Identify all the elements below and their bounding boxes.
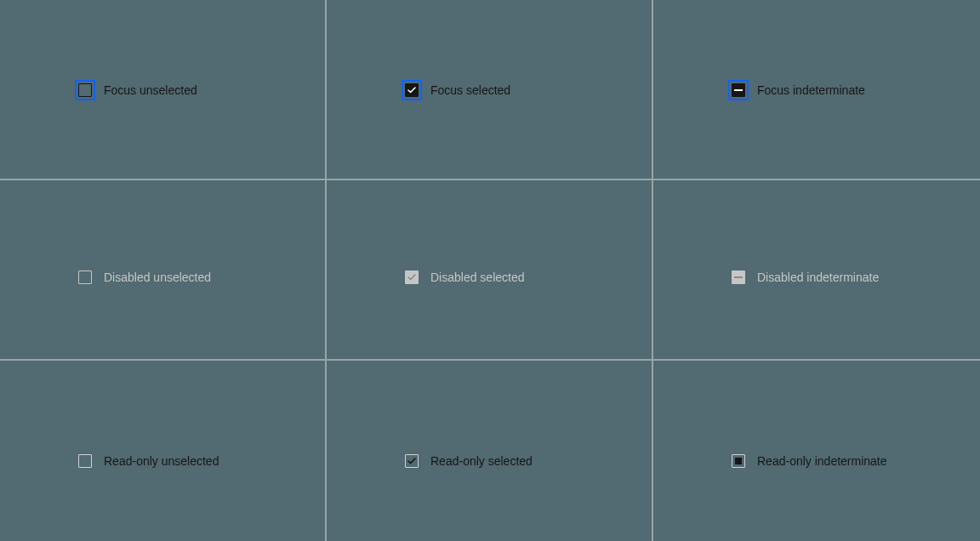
checkbox-label: Disabled unselected <box>104 269 211 286</box>
cell-disabled-unselected: Disabled unselected <box>0 180 327 361</box>
checkbox-disabled-unselected: Disabled unselected <box>75 267 211 288</box>
checkbox-label: Disabled selected <box>430 269 525 286</box>
checkbox-box <box>75 451 95 471</box>
checkbox-indeterminate-icon <box>732 454 745 468</box>
checkbox-label: Disabled indeterminate <box>757 269 879 286</box>
checkbox-box <box>75 267 95 288</box>
checkbox-focus-indeterminate[interactable]: Focus indeterminate <box>728 80 865 100</box>
checkbox-checked-icon <box>405 454 419 468</box>
cell-focus-unselected: Focus unselected <box>0 0 327 180</box>
checkmark-icon <box>407 274 416 281</box>
checkbox-focus-selected[interactable]: Focus selected <box>402 80 510 100</box>
checkbox-box <box>402 80 422 100</box>
cell-focus-selected: Focus selected <box>327 0 653 180</box>
checkbox-indeterminate-icon <box>732 270 745 284</box>
checkbox-label: Focus unselected <box>104 82 197 99</box>
checkbox-readonly-indeterminate: Read-only indeterminate <box>728 451 887 471</box>
checkbox-unchecked-icon <box>78 270 92 284</box>
focus-ring <box>402 80 422 100</box>
focus-ring <box>75 80 95 100</box>
cell-disabled-selected: Disabled selected <box>327 180 653 361</box>
cell-disabled-indeterminate: Disabled indeterminate <box>653 180 980 361</box>
cell-focus-indeterminate: Focus indeterminate <box>653 0 980 180</box>
checkbox-disabled-indeterminate: Disabled indeterminate <box>728 267 879 288</box>
cell-readonly-unselected: Read-only unselected <box>0 361 327 541</box>
checkbox-disabled-selected: Disabled selected <box>402 267 525 288</box>
checkbox-label: Focus indeterminate <box>757 82 865 99</box>
checkbox-label: Focus selected <box>430 82 510 99</box>
focus-ring <box>728 80 749 100</box>
minus-icon <box>734 276 743 278</box>
checkbox-label: Read-only indeterminate <box>757 453 887 470</box>
checkbox-box <box>728 267 749 288</box>
checkbox-label: Read-only unselected <box>104 453 219 470</box>
checkbox-box <box>728 451 749 471</box>
checkbox-box <box>75 80 95 100</box>
checkbox-readonly-unselected: Read-only unselected <box>75 451 219 471</box>
checkbox-box <box>402 451 422 471</box>
checkbox-readonly-selected: Read-only selected <box>402 451 533 471</box>
checkbox-states-grid: Focus unselected Focus selected <box>0 0 980 541</box>
checkmark-icon <box>407 458 416 464</box>
checkbox-unchecked-icon <box>78 454 92 468</box>
checkbox-checked-icon <box>405 270 419 284</box>
svg-rect-1 <box>734 276 743 278</box>
minus-icon <box>735 458 742 464</box>
checkbox-box <box>728 80 749 100</box>
checkbox-box <box>402 267 422 288</box>
checkbox-focus-unselected[interactable]: Focus unselected <box>75 80 197 100</box>
cell-readonly-selected: Read-only selected <box>327 361 653 541</box>
checkbox-label: Read-only selected <box>430 453 533 470</box>
cell-readonly-indeterminate: Read-only indeterminate <box>653 361 980 541</box>
